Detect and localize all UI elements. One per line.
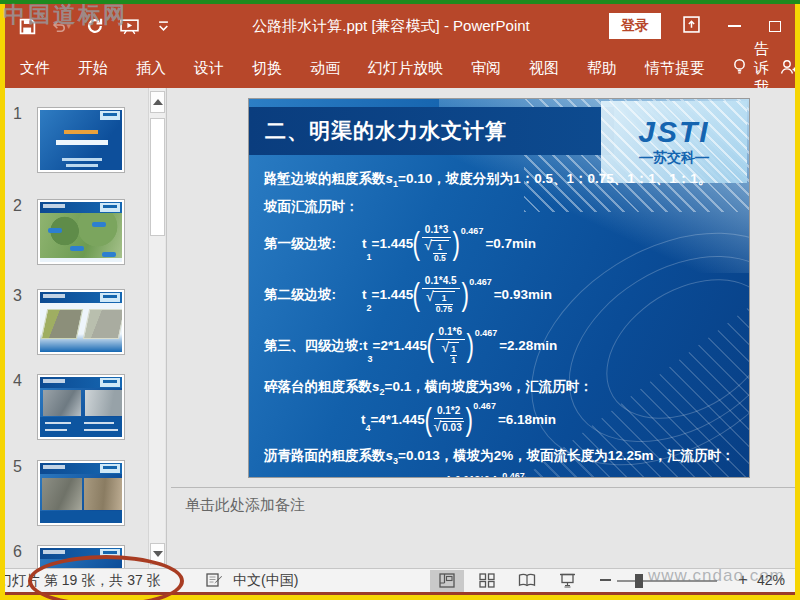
lightbulb-icon: [732, 58, 747, 78]
slide-thumbnail-2[interactable]: [37, 199, 125, 265]
scrollbar-thumb[interactable]: [150, 118, 165, 236]
share-person-icon[interactable]: [779, 58, 795, 79]
minimize-button[interactable]: [728, 25, 741, 27]
formula-row-4: t4=4*1.445 ( 0.1*2√0.03 )0.467 =6.18min: [264, 400, 743, 438]
up-arrow-icon: [153, 99, 163, 105]
view-switcher: [430, 569, 584, 592]
scroll-up-button[interactable]: [150, 91, 165, 113]
powerpoint-window: ▾ 公路排水计算.ppt [兼容模式] - PowerPoint 登录: [5, 4, 795, 592]
slide-thumbnail-5[interactable]: [37, 460, 125, 526]
slide-body-text: 路堑边坡的粗度系数s1=0.10，坡度分别为1：0.5、1：0.75、1：1、1…: [264, 161, 743, 478]
notes-placeholder[interactable]: 单击此处添加备注: [185, 496, 305, 515]
tab-help[interactable]: 帮助: [584, 59, 620, 78]
slide-sorter-view-button[interactable]: [470, 570, 504, 592]
formula-row-5: t4=1.445 ( 0.013*6√0.02 )0.467 =1.09min: [264, 470, 743, 478]
formula-row-1: 第一级边坡: t1=1.445 ( 0.1*3√10.5 )0.467 =0.7…: [264, 221, 743, 267]
slideshow-view-button[interactable]: [550, 570, 584, 592]
tab-storyboarding[interactable]: 情节提要: [642, 59, 708, 78]
slide-number: 2: [13, 197, 22, 215]
slide-number: 3: [13, 287, 22, 305]
slide-paragraph-2: 坡面汇流历时：: [264, 198, 743, 216]
slide-thumbnail-3[interactable]: [37, 289, 125, 355]
maximize-button[interactable]: [769, 21, 781, 32]
slide-canvas[interactable]: 二、明渠的水力水文计算 JSTI —苏交科— 路堑边坡的粗度系数s1=0.10，…: [248, 98, 750, 478]
slide-thumbnail-1[interactable]: [37, 107, 125, 173]
slide-title-band: 二、明渠的水力水文计算: [249, 107, 614, 155]
ribbon-tab-bar: 文件 开始 插入 设计 切换 动画 幻灯片放映 审阅 视图 帮助 情节提要 告诉…: [5, 48, 795, 88]
slide-thumbnail-panel: 1 2: [5, 88, 167, 568]
tab-home[interactable]: 开始: [75, 59, 111, 78]
zoom-out-button[interactable]: [597, 571, 613, 589]
slide-number: 1: [13, 105, 22, 123]
watermark-top-left: 中国道标网: [3, 0, 128, 30]
spell-check-icon[interactable]: [206, 572, 223, 591]
ribbon-display-options-icon[interactable]: [683, 16, 700, 37]
tab-insert[interactable]: 插入: [133, 59, 169, 78]
slide-paragraph-1: 路堑边坡的粗度系数s1=0.10，坡度分别为1：0.5、1：0.75、1：1、1…: [264, 170, 743, 189]
tab-transitions[interactable]: 切换: [249, 59, 285, 78]
tab-slideshow[interactable]: 幻灯片放映: [365, 59, 446, 78]
slide-paragraph-3: 碎落台的粗度系数s2=0.1，横向坡度为3%，汇流历时：: [264, 378, 743, 397]
watermark-bottom-right: www.cndao.com: [648, 566, 785, 586]
tab-animations[interactable]: 动画: [307, 59, 343, 78]
thumbnail-scrollbar[interactable]: [148, 88, 165, 568]
login-button[interactable]: 登录: [609, 13, 661, 39]
slide-number: 4: [13, 372, 22, 390]
document-title: 公路排水计算.ppt [兼容模式] - PowerPoint: [173, 17, 609, 36]
language-indicator[interactable]: 中文(中国): [233, 572, 298, 590]
slide-number: 5: [13, 458, 22, 476]
zoom-slider-thumb[interactable]: [635, 574, 643, 588]
notes-separator[interactable]: [171, 487, 795, 488]
formula-row-3: 第三、四级边坡: t3=2*1.445 ( 0.1*6√11 )0.467 =2…: [264, 323, 743, 369]
slide-thumbnail-4[interactable]: [37, 374, 125, 440]
slide-number: 6: [13, 543, 22, 561]
window-controls: [683, 16, 781, 37]
slide-paragraph-4: 沥青路面的粗度系数s3=0.013，横坡为2%，坡面流长度为12.25m，汇流历…: [264, 447, 743, 466]
tab-review[interactable]: 审阅: [468, 59, 504, 78]
main-area: 1 2: [5, 88, 795, 568]
tab-file[interactable]: 文件: [17, 59, 53, 78]
formula-row-2: 第二级边坡: t2=1.445 ( 0.1*4.5√10.75 )0.467 =…: [264, 272, 743, 318]
tab-design[interactable]: 设计: [191, 59, 227, 78]
tab-view[interactable]: 视图: [526, 59, 562, 78]
reading-view-button[interactable]: [510, 570, 544, 592]
customize-qat-icon[interactable]: [153, 16, 173, 36]
red-ellipse-annotation: [28, 555, 184, 600]
screenshot-frame: ▾ 公路排水计算.ppt [兼容模式] - PowerPoint 登录: [0, 0, 800, 600]
slide-title: 二、明渠的水力水文计算: [249, 117, 507, 145]
normal-view-button[interactable]: [430, 570, 464, 592]
down-arrow-icon: [153, 551, 163, 557]
